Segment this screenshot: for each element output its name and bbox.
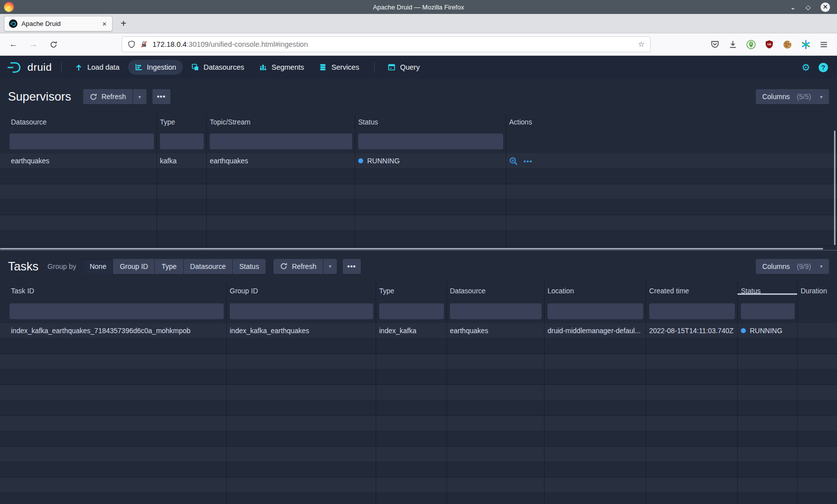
gear-icon[interactable]: ⚙ — [802, 63, 810, 72]
column-divider — [376, 282, 376, 504]
tasks-refresh-button[interactable]: Refresh — [274, 259, 323, 274]
column-header-created-time[interactable]: Created time — [646, 287, 737, 295]
filter-input-datasource[interactable] — [450, 303, 542, 319]
filter-input-status[interactable] — [358, 133, 503, 149]
pocket-icon[interactable] — [710, 40, 719, 49]
table-row-empty — [0, 169, 837, 184]
nav-item-query[interactable]: Query — [381, 60, 426, 75]
column-divider — [355, 115, 355, 250]
maximize-icon[interactable]: ◇ — [806, 4, 811, 10]
filter-input-datasource[interactable] — [9, 133, 154, 149]
nav-item-ingestion[interactable]: Ingestion — [128, 60, 183, 75]
inspect-magnifier-icon[interactable] — [509, 157, 518, 165]
download-icon[interactable] — [728, 40, 737, 49]
columns-count: (5/5) — [797, 93, 811, 101]
supervisor-row[interactable]: earthquakes kafka earthquakes RUNNING ••… — [0, 153, 837, 169]
supervisors-refresh-caret-button[interactable]: ▾ — [133, 89, 146, 104]
filter-input-type[interactable] — [379, 303, 444, 319]
task-row[interactable]: index_kafka_earthquakes_7184357396d6c0a_… — [0, 323, 837, 339]
nav-item-segments[interactable]: Segments — [253, 60, 310, 75]
horizontal-scrollbar[interactable] — [0, 248, 823, 250]
group-by-datasource-button[interactable]: Datasource — [184, 259, 233, 274]
column-header-actions: Actions — [506, 118, 837, 126]
column-header-duration[interactable]: Duration — [797, 287, 837, 295]
supervisors-refresh-button[interactable]: Refresh — [83, 89, 133, 104]
svg-text:U0: U0 — [767, 43, 771, 46]
window-titlebar: Apache Druid — Mozilla Firefox ⌄ ◇ ✕ — [0, 0, 837, 14]
column-header-group-id[interactable]: Group ID — [226, 287, 376, 295]
task-datasource: earthquakes — [446, 327, 544, 335]
task-status: RUNNING — [737, 327, 797, 335]
column-divider — [156, 115, 157, 250]
task-location: druid-middlemanager-defaul... — [544, 327, 646, 335]
help-icon[interactable]: ? — [819, 63, 828, 72]
group-by-group-id-button[interactable]: Group ID — [113, 259, 154, 274]
column-header-topic-stream[interactable]: Topic/Stream — [206, 118, 355, 126]
bookmark-star-icon[interactable]: ☆ — [638, 40, 645, 49]
nav-item-label: Segments — [272, 63, 304, 71]
group-by-none-button[interactable]: None — [83, 259, 113, 274]
group-by-type-button[interactable]: Type — [155, 259, 183, 274]
filter-input-task-id[interactable] — [9, 303, 224, 319]
green-extension-icon[interactable] — [746, 40, 756, 49]
table-row-empty — [0, 215, 837, 231]
shield-icon[interactable] — [128, 40, 136, 48]
group-by-label: Group by — [47, 262, 76, 270]
tasks-more-button[interactable]: ••• — [343, 259, 361, 274]
refresh-icon — [280, 262, 287, 270]
close-icon[interactable]: ✕ — [821, 2, 830, 12]
hamburger-menu-icon[interactable] — [820, 40, 828, 49]
filter-input-created-time[interactable] — [649, 303, 735, 319]
nav-item-label: Load data — [87, 63, 120, 71]
tasks-columns-button[interactable]: Columns (9/9) ▾ — [756, 259, 829, 274]
filter-input-group-id[interactable] — [230, 303, 373, 319]
column-header-status[interactable]: Status — [355, 118, 506, 126]
nav-item-datasources[interactable]: Datasources — [185, 60, 251, 75]
services-icon — [319, 63, 327, 71]
url-path: :30109/unified-console.html#ingestion — [187, 40, 308, 48]
column-header-datasource[interactable]: Datasource — [0, 118, 156, 126]
column-header-status-sorted[interactable]: Status — [737, 287, 797, 295]
cookie-extension-icon[interactable] — [783, 40, 792, 49]
column-header-task-id[interactable]: Task ID — [0, 287, 226, 295]
filter-input-status[interactable] — [741, 303, 795, 319]
column-header-datasource[interactable]: Datasource — [446, 287, 544, 295]
column-header-type[interactable]: Type — [156, 118, 206, 126]
reload-icon[interactable] — [46, 41, 61, 48]
back-icon[interactable]: ← — [6, 39, 21, 49]
tab-close-icon[interactable]: × — [101, 19, 108, 28]
status-label: RUNNING — [750, 327, 782, 335]
minimize-icon[interactable]: ⌄ — [790, 4, 796, 10]
asterisk-extension-icon[interactable] — [801, 40, 811, 49]
table-row-empty — [0, 354, 837, 370]
filter-input-location[interactable] — [548, 303, 643, 319]
supervisors-columns-button[interactable]: Columns (5/5) ▾ — [756, 89, 829, 104]
column-header-type[interactable]: Type — [376, 287, 446, 295]
tasks-refresh-caret-button[interactable]: ▾ — [323, 259, 337, 274]
supervisors-more-button[interactable]: ••• — [152, 89, 170, 104]
nav-item-load-data[interactable]: Load data — [68, 60, 126, 75]
url-host: 172.18.0.4 — [152, 40, 187, 48]
url-bar[interactable]: 172.18.0.4:30109/unified-console.html#in… — [122, 36, 651, 52]
supervisors-title: Supervisors — [8, 90, 71, 104]
ublock-origin-icon[interactable]: U0 — [765, 40, 774, 49]
filter-input-topic-stream[interactable] — [210, 133, 352, 149]
forward-icon[interactable]: → — [26, 39, 41, 49]
filter-input-type[interactable] — [160, 133, 204, 149]
tab-bar: Apache Druid × + — [0, 14, 837, 33]
supervisors-table: Datasource Type Topic/Stream Status Acti… — [0, 115, 837, 250]
browser-tab[interactable]: Apache Druid × — [4, 16, 113, 31]
column-divider — [737, 282, 738, 504]
column-header-location[interactable]: Location — [544, 287, 646, 295]
row-more-icon[interactable]: ••• — [524, 157, 533, 165]
group-by-status-button[interactable]: Status — [233, 259, 266, 274]
vertical-scrollbar[interactable] — [834, 130, 836, 245]
tasks-table: Task ID Group ID Type Datasource Locatio… — [0, 282, 837, 504]
druid-brand[interactable]: druid — [7, 61, 52, 74]
nav-item-services[interactable]: Services — [312, 60, 366, 75]
insecure-lock-icon[interactable] — [140, 40, 148, 48]
column-divider — [797, 282, 798, 504]
table-row-empty — [0, 184, 837, 200]
new-tab-button[interactable]: + — [121, 18, 127, 29]
nav-item-label: Ingestion — [147, 63, 176, 71]
